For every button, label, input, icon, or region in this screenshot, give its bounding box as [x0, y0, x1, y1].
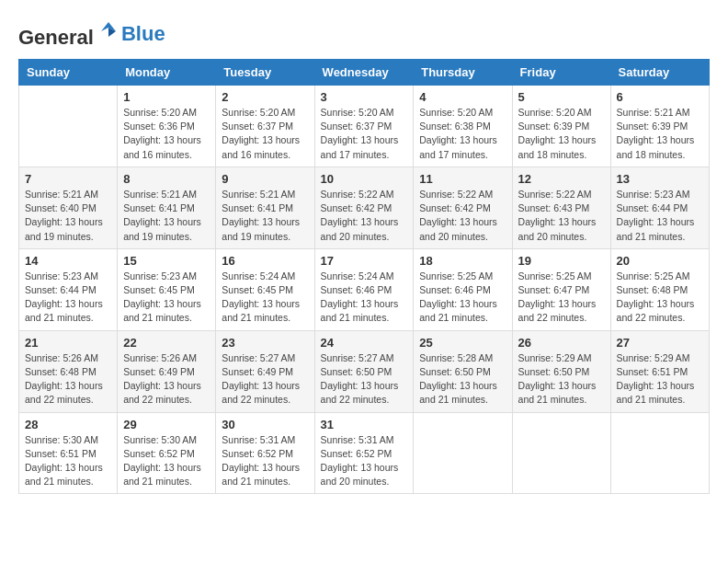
day-info: Sunrise: 5:25 AMSunset: 6:47 PMDaylight:…: [518, 270, 605, 326]
logo-general-text: General: [18, 18, 121, 50]
day-info: Sunrise: 5:20 AMSunset: 6:37 PMDaylight:…: [321, 106, 408, 162]
calendar-cell: 29Sunrise: 5:30 AMSunset: 6:52 PMDayligh…: [118, 412, 216, 494]
logo-general-label: General: [18, 26, 94, 49]
day-number: 22: [123, 336, 210, 350]
day-info: Sunrise: 5:24 AMSunset: 6:46 PMDaylight:…: [321, 270, 408, 326]
calendar-week-row: 28Sunrise: 5:30 AMSunset: 6:51 PMDayligh…: [19, 412, 710, 494]
calendar-cell: 11Sunrise: 5:22 AMSunset: 6:42 PMDayligh…: [414, 167, 512, 248]
day-number: 10: [321, 172, 408, 186]
day-number: 17: [321, 254, 408, 268]
day-number: 12: [518, 172, 605, 186]
day-number: 1: [123, 90, 210, 104]
calendar-cell: 13Sunrise: 5:23 AMSunset: 6:44 PMDayligh…: [610, 167, 709, 248]
weekday-header-monday: Monday: [118, 60, 216, 86]
calendar-cell: [19, 86, 118, 167]
day-number: 2: [222, 90, 308, 104]
calendar-table: SundayMondayTuesdayWednesdayThursdayFrid…: [18, 59, 710, 494]
calendar-cell: 12Sunrise: 5:22 AMSunset: 6:43 PMDayligh…: [512, 167, 610, 248]
calendar-week-row: 7Sunrise: 5:21 AMSunset: 6:40 PMDaylight…: [19, 167, 710, 248]
calendar-cell: 18Sunrise: 5:25 AMSunset: 6:46 PMDayligh…: [414, 248, 512, 330]
calendar-cell: 5Sunrise: 5:20 AMSunset: 6:39 PMDaylight…: [512, 86, 610, 167]
calendar-week-row: 14Sunrise: 5:23 AMSunset: 6:44 PMDayligh…: [19, 248, 710, 330]
calendar-cell: 26Sunrise: 5:29 AMSunset: 6:50 PMDayligh…: [512, 330, 610, 412]
day-number: 3: [321, 90, 408, 104]
calendar-cell: 20Sunrise: 5:25 AMSunset: 6:48 PMDayligh…: [610, 248, 709, 330]
weekday-header-thursday: Thursday: [414, 60, 512, 86]
day-info: Sunrise: 5:31 AMSunset: 6:52 PMDaylight:…: [321, 433, 408, 489]
calendar-cell: 7Sunrise: 5:21 AMSunset: 6:40 PMDaylight…: [19, 167, 118, 248]
weekday-header-tuesday: Tuesday: [216, 60, 314, 86]
calendar-cell: 2Sunrise: 5:20 AMSunset: 6:37 PMDaylight…: [216, 86, 314, 167]
calendar-cell: 4Sunrise: 5:20 AMSunset: 6:38 PMDaylight…: [414, 86, 512, 167]
day-number: 14: [25, 254, 111, 268]
day-info: Sunrise: 5:21 AMSunset: 6:41 PMDaylight:…: [222, 188, 308, 244]
day-number: 21: [25, 336, 111, 350]
day-info: Sunrise: 5:26 AMSunset: 6:49 PMDaylight:…: [123, 351, 210, 408]
day-info: Sunrise: 5:25 AMSunset: 6:46 PMDaylight:…: [419, 270, 506, 326]
day-number: 29: [123, 418, 210, 431]
day-info: Sunrise: 5:27 AMSunset: 6:49 PMDaylight:…: [222, 351, 308, 408]
weekday-header-wednesday: Wednesday: [314, 60, 414, 86]
day-number: 15: [123, 254, 210, 268]
calendar-cell: 23Sunrise: 5:27 AMSunset: 6:49 PMDayligh…: [216, 330, 314, 412]
day-number: 26: [518, 336, 605, 350]
calendar-cell: 16Sunrise: 5:24 AMSunset: 6:45 PMDayligh…: [216, 248, 314, 330]
day-number: 7: [25, 172, 111, 186]
calendar-cell: [610, 412, 709, 494]
day-number: 25: [419, 336, 506, 350]
day-info: Sunrise: 5:24 AMSunset: 6:45 PMDaylight:…: [222, 270, 308, 326]
calendar-cell: 8Sunrise: 5:21 AMSunset: 6:41 PMDaylight…: [118, 167, 216, 248]
calendar-cell: 1Sunrise: 5:20 AMSunset: 6:36 PMDaylight…: [118, 86, 216, 167]
day-number: 23: [222, 336, 308, 350]
day-number: 6: [617, 90, 703, 104]
day-number: 30: [222, 418, 308, 431]
day-info: Sunrise: 5:29 AMSunset: 6:51 PMDaylight:…: [617, 351, 703, 408]
day-info: Sunrise: 5:20 AMSunset: 6:39 PMDaylight:…: [518, 106, 605, 162]
day-info: Sunrise: 5:20 AMSunset: 6:37 PMDaylight:…: [222, 106, 308, 162]
logo-blue-label: Blue: [121, 22, 165, 46]
calendar-cell: 28Sunrise: 5:30 AMSunset: 6:51 PMDayligh…: [19, 412, 118, 494]
calendar-cell: 30Sunrise: 5:31 AMSunset: 6:52 PMDayligh…: [216, 412, 314, 494]
day-number: 27: [617, 336, 703, 350]
day-info: Sunrise: 5:20 AMSunset: 6:38 PMDaylight:…: [419, 106, 506, 162]
day-info: Sunrise: 5:20 AMSunset: 6:36 PMDaylight:…: [123, 106, 210, 162]
day-info: Sunrise: 5:26 AMSunset: 6:48 PMDaylight:…: [25, 351, 111, 408]
calendar-cell: 6Sunrise: 5:21 AMSunset: 6:39 PMDaylight…: [610, 86, 709, 167]
day-info: Sunrise: 5:23 AMSunset: 6:44 PMDaylight:…: [617, 188, 703, 244]
calendar-cell: 3Sunrise: 5:20 AMSunset: 6:37 PMDaylight…: [314, 86, 414, 167]
calendar-cell: 14Sunrise: 5:23 AMSunset: 6:44 PMDayligh…: [19, 248, 118, 330]
day-info: Sunrise: 5:22 AMSunset: 6:42 PMDaylight:…: [321, 188, 408, 244]
day-number: 5: [518, 90, 605, 104]
day-info: Sunrise: 5:21 AMSunset: 6:40 PMDaylight:…: [25, 188, 111, 244]
calendar-body: 1Sunrise: 5:20 AMSunset: 6:36 PMDaylight…: [19, 86, 710, 494]
day-number: 19: [518, 254, 605, 268]
page-header: General Blue: [18, 18, 710, 50]
day-info: Sunrise: 5:21 AMSunset: 6:39 PMDaylight:…: [617, 106, 703, 162]
day-number: 24: [321, 336, 408, 350]
calendar-cell: [414, 412, 512, 494]
day-info: Sunrise: 5:22 AMSunset: 6:43 PMDaylight:…: [518, 188, 605, 244]
day-info: Sunrise: 5:27 AMSunset: 6:50 PMDaylight:…: [321, 351, 408, 408]
day-number: 16: [222, 254, 308, 268]
weekday-header-row: SundayMondayTuesdayWednesdayThursdayFrid…: [19, 60, 710, 86]
day-number: 9: [222, 172, 308, 186]
day-info: Sunrise: 5:30 AMSunset: 6:51 PMDaylight:…: [25, 433, 111, 489]
day-info: Sunrise: 5:22 AMSunset: 6:42 PMDaylight:…: [419, 188, 506, 244]
day-number: 28: [25, 418, 111, 431]
logo-bird-icon: [96, 18, 121, 44]
day-info: Sunrise: 5:25 AMSunset: 6:48 PMDaylight:…: [617, 270, 703, 326]
calendar-week-row: 1Sunrise: 5:20 AMSunset: 6:36 PMDaylight…: [19, 86, 710, 167]
day-number: 13: [617, 172, 703, 186]
day-info: Sunrise: 5:23 AMSunset: 6:44 PMDaylight:…: [25, 270, 111, 326]
calendar-cell: 25Sunrise: 5:28 AMSunset: 6:50 PMDayligh…: [414, 330, 512, 412]
day-info: Sunrise: 5:29 AMSunset: 6:50 PMDaylight:…: [518, 351, 605, 408]
day-number: 11: [419, 172, 506, 186]
calendar-cell: 27Sunrise: 5:29 AMSunset: 6:51 PMDayligh…: [610, 330, 709, 412]
calendar-cell: 10Sunrise: 5:22 AMSunset: 6:42 PMDayligh…: [314, 167, 414, 248]
day-number: 4: [419, 90, 506, 104]
logo: General Blue: [18, 18, 165, 50]
day-info: Sunrise: 5:23 AMSunset: 6:45 PMDaylight:…: [123, 270, 210, 326]
day-info: Sunrise: 5:30 AMSunset: 6:52 PMDaylight:…: [123, 433, 210, 489]
day-number: 18: [419, 254, 506, 268]
day-number: 8: [123, 172, 210, 186]
